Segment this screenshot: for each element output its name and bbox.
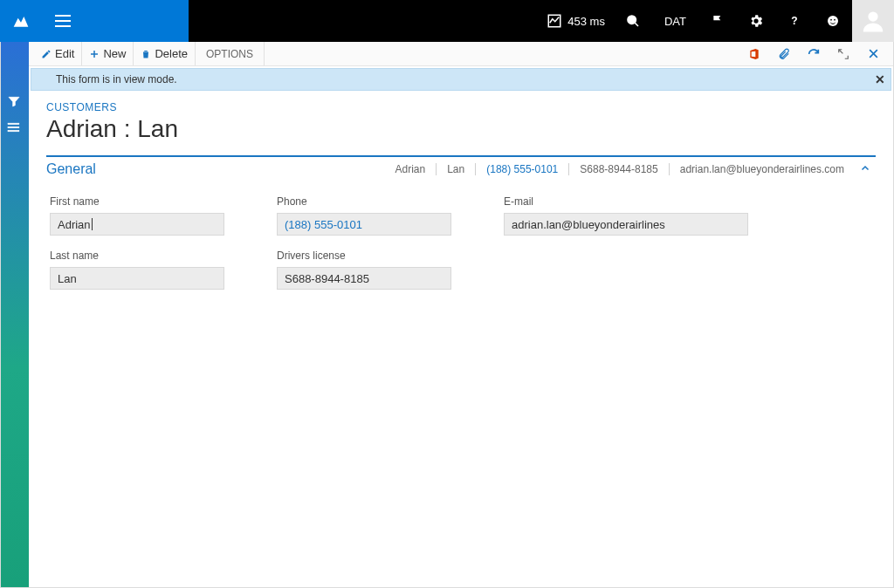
svg-point-4 bbox=[628, 16, 636, 24]
flag-button[interactable] bbox=[698, 0, 737, 42]
info-message-close[interactable]: ✕ bbox=[875, 72, 885, 86]
options-button[interactable]: OPTIONS bbox=[195, 42, 265, 65]
summary-email: adrian.lan@blueyonderairlines.com bbox=[670, 163, 855, 175]
feedback-button[interactable] bbox=[814, 0, 852, 42]
summary-first: Adrian bbox=[385, 163, 437, 175]
value-phone[interactable]: (188) 555-0101 bbox=[277, 213, 451, 236]
summary-last: Lan bbox=[437, 163, 476, 175]
label-first-name: First name bbox=[50, 195, 268, 208]
edit-label: Edit bbox=[55, 47, 74, 60]
section-name[interactable]: General bbox=[46, 161, 113, 177]
user-avatar[interactable] bbox=[852, 0, 894, 42]
popout-button[interactable] bbox=[829, 48, 858, 60]
office-button[interactable] bbox=[739, 47, 769, 61]
svg-rect-15 bbox=[91, 53, 98, 55]
svg-point-8 bbox=[830, 19, 832, 21]
svg-rect-11 bbox=[8, 123, 19, 124]
close-button[interactable] bbox=[858, 48, 888, 59]
label-last-name: Last name bbox=[50, 250, 268, 262]
settings-button[interactable] bbox=[737, 0, 775, 42]
summary-phone[interactable]: (188) 555-0101 bbox=[476, 163, 569, 175]
svg-point-9 bbox=[834, 19, 836, 21]
summary-strip: Adrian Lan (188) 555-0101 S688-8944-8185… bbox=[385, 163, 856, 175]
related-links-icon[interactable] bbox=[7, 122, 23, 138]
nav-area bbox=[42, 0, 189, 42]
section-bar: General Adrian Lan (188) 555-0101 S688-8… bbox=[46, 155, 876, 181]
edit-button[interactable]: Edit bbox=[34, 42, 82, 65]
value-first-name[interactable]: Adrian bbox=[50, 213, 224, 236]
help-button[interactable]: ? bbox=[775, 0, 814, 42]
main: Edit New Delete OPTIONS bbox=[29, 42, 893, 587]
app-logo[interactable] bbox=[0, 0, 42, 42]
info-message-text: This form is in view mode. bbox=[44, 73, 177, 85]
company-label: DAT bbox=[664, 15, 686, 28]
svg-point-10 bbox=[868, 11, 877, 21]
delete-label: Delete bbox=[155, 47, 188, 60]
field-first-name: First name Adrian bbox=[50, 195, 268, 236]
field-phone: Phone (188) 555-0101 bbox=[277, 195, 495, 236]
svg-line-5 bbox=[635, 23, 638, 26]
filter-icon[interactable] bbox=[7, 94, 23, 110]
company-picker[interactable]: DAT bbox=[652, 0, 698, 42]
delete-button[interactable]: Delete bbox=[134, 42, 195, 65]
value-last-name[interactable]: Lan bbox=[50, 267, 224, 290]
new-button[interactable]: New bbox=[82, 42, 134, 65]
svg-rect-0 bbox=[55, 15, 71, 17]
svg-rect-12 bbox=[8, 126, 19, 127]
new-label: New bbox=[103, 47, 126, 60]
info-message: This form is in view mode. ✕ bbox=[31, 68, 891, 91]
attach-button[interactable] bbox=[769, 47, 799, 61]
perf-indicator[interactable]: 453 ms bbox=[538, 0, 614, 42]
svg-text:?: ? bbox=[791, 15, 797, 27]
svg-point-7 bbox=[828, 16, 838, 26]
svg-rect-1 bbox=[55, 20, 71, 22]
field-last-name: Last name Lan bbox=[50, 250, 268, 290]
refresh-button[interactable] bbox=[799, 47, 829, 61]
label-email: E-mail bbox=[504, 195, 809, 208]
field-email: E-mail adrian.lan@blueyonderairlines bbox=[504, 195, 809, 236]
breadcrumb[interactable]: CUSTOMERS bbox=[46, 101, 876, 113]
summary-license: S688-8944-8185 bbox=[569, 163, 669, 175]
page-title: Adrian : Lan bbox=[46, 115, 876, 143]
hamburger-button[interactable] bbox=[42, 0, 84, 42]
svg-rect-13 bbox=[8, 130, 19, 131]
svg-rect-2 bbox=[55, 25, 71, 27]
collapse-section-button[interactable] bbox=[855, 163, 876, 176]
form-grid: First name Adrian Phone (188) 555-0101 E… bbox=[29, 181, 893, 304]
perf-label: 453 ms bbox=[567, 15, 605, 28]
action-bar: Edit New Delete OPTIONS bbox=[29, 42, 893, 66]
label-phone: Phone bbox=[277, 195, 495, 208]
label-license: Drivers license bbox=[277, 250, 495, 262]
field-license: Drivers license S688-8944-8185 bbox=[277, 250, 495, 290]
page-header: CUSTOMERS Adrian : Lan bbox=[29, 91, 893, 148]
titlebar: 453 ms DAT ? bbox=[0, 0, 894, 42]
search-button[interactable] bbox=[614, 0, 652, 42]
value-email[interactable]: adrian.lan@blueyonderairlines bbox=[504, 213, 748, 236]
sidebar bbox=[1, 42, 29, 587]
options-label: OPTIONS bbox=[206, 48, 253, 60]
value-license[interactable]: S688-8944-8185 bbox=[277, 267, 451, 290]
